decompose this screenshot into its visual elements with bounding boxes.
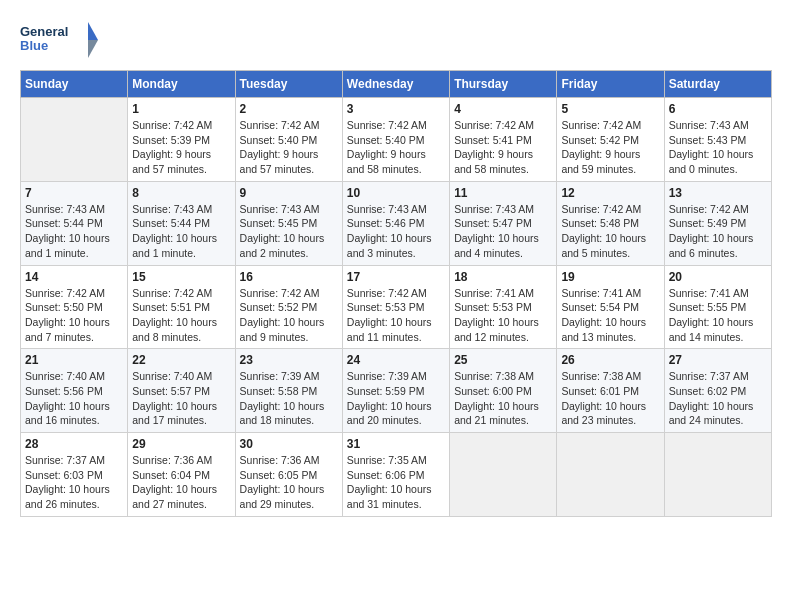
day-number: 3 xyxy=(347,102,445,116)
calendar-cell: 6Sunrise: 7:43 AMSunset: 5:43 PMDaylight… xyxy=(664,98,771,182)
column-header-tuesday: Tuesday xyxy=(235,71,342,98)
calendar-cell: 31Sunrise: 7:35 AMSunset: 6:06 PMDayligh… xyxy=(342,433,449,517)
logo-svg: General Blue xyxy=(20,20,100,60)
calendar-cell: 3Sunrise: 7:42 AMSunset: 5:40 PMDaylight… xyxy=(342,98,449,182)
day-number: 16 xyxy=(240,270,338,284)
calendar-cell: 1Sunrise: 7:42 AMSunset: 5:39 PMDaylight… xyxy=(128,98,235,182)
calendar-cell: 18Sunrise: 7:41 AMSunset: 5:53 PMDayligh… xyxy=(450,265,557,349)
day-info: Sunrise: 7:42 AMSunset: 5:40 PMDaylight:… xyxy=(347,118,445,177)
day-info: Sunrise: 7:39 AMSunset: 5:59 PMDaylight:… xyxy=(347,369,445,428)
calendar-cell xyxy=(664,433,771,517)
day-info: Sunrise: 7:42 AMSunset: 5:41 PMDaylight:… xyxy=(454,118,552,177)
column-header-sunday: Sunday xyxy=(21,71,128,98)
day-number: 29 xyxy=(132,437,230,451)
calendar-header-row: SundayMondayTuesdayWednesdayThursdayFrid… xyxy=(21,71,772,98)
day-info: Sunrise: 7:43 AMSunset: 5:45 PMDaylight:… xyxy=(240,202,338,261)
calendar-cell xyxy=(450,433,557,517)
day-info: Sunrise: 7:43 AMSunset: 5:44 PMDaylight:… xyxy=(25,202,123,261)
day-number: 10 xyxy=(347,186,445,200)
svg-text:Blue: Blue xyxy=(20,38,48,53)
calendar-cell: 4Sunrise: 7:42 AMSunset: 5:41 PMDaylight… xyxy=(450,98,557,182)
day-info: Sunrise: 7:42 AMSunset: 5:52 PMDaylight:… xyxy=(240,286,338,345)
day-info: Sunrise: 7:42 AMSunset: 5:51 PMDaylight:… xyxy=(132,286,230,345)
day-info: Sunrise: 7:42 AMSunset: 5:42 PMDaylight:… xyxy=(561,118,659,177)
calendar-cell: 12Sunrise: 7:42 AMSunset: 5:48 PMDayligh… xyxy=(557,181,664,265)
day-number: 14 xyxy=(25,270,123,284)
day-number: 15 xyxy=(132,270,230,284)
day-number: 1 xyxy=(132,102,230,116)
day-number: 12 xyxy=(561,186,659,200)
calendar-cell: 30Sunrise: 7:36 AMSunset: 6:05 PMDayligh… xyxy=(235,433,342,517)
day-number: 8 xyxy=(132,186,230,200)
day-info: Sunrise: 7:38 AMSunset: 6:00 PMDaylight:… xyxy=(454,369,552,428)
day-info: Sunrise: 7:40 AMSunset: 5:57 PMDaylight:… xyxy=(132,369,230,428)
calendar-cell: 13Sunrise: 7:42 AMSunset: 5:49 PMDayligh… xyxy=(664,181,771,265)
day-info: Sunrise: 7:41 AMSunset: 5:55 PMDaylight:… xyxy=(669,286,767,345)
day-number: 7 xyxy=(25,186,123,200)
calendar-week-row: 1Sunrise: 7:42 AMSunset: 5:39 PMDaylight… xyxy=(21,98,772,182)
calendar-cell: 17Sunrise: 7:42 AMSunset: 5:53 PMDayligh… xyxy=(342,265,449,349)
calendar-week-row: 21Sunrise: 7:40 AMSunset: 5:56 PMDayligh… xyxy=(21,349,772,433)
day-info: Sunrise: 7:43 AMSunset: 5:46 PMDaylight:… xyxy=(347,202,445,261)
day-info: Sunrise: 7:42 AMSunset: 5:53 PMDaylight:… xyxy=(347,286,445,345)
day-info: Sunrise: 7:42 AMSunset: 5:40 PMDaylight:… xyxy=(240,118,338,177)
calendar-cell: 22Sunrise: 7:40 AMSunset: 5:57 PMDayligh… xyxy=(128,349,235,433)
calendar-cell: 11Sunrise: 7:43 AMSunset: 5:47 PMDayligh… xyxy=(450,181,557,265)
day-info: Sunrise: 7:35 AMSunset: 6:06 PMDaylight:… xyxy=(347,453,445,512)
page-header: General Blue xyxy=(20,20,772,60)
column-header-friday: Friday xyxy=(557,71,664,98)
day-number: 21 xyxy=(25,353,123,367)
day-number: 20 xyxy=(669,270,767,284)
calendar-cell: 27Sunrise: 7:37 AMSunset: 6:02 PMDayligh… xyxy=(664,349,771,433)
calendar-cell: 23Sunrise: 7:39 AMSunset: 5:58 PMDayligh… xyxy=(235,349,342,433)
calendar-week-row: 28Sunrise: 7:37 AMSunset: 6:03 PMDayligh… xyxy=(21,433,772,517)
calendar-cell: 26Sunrise: 7:38 AMSunset: 6:01 PMDayligh… xyxy=(557,349,664,433)
day-info: Sunrise: 7:43 AMSunset: 5:43 PMDaylight:… xyxy=(669,118,767,177)
day-info: Sunrise: 7:43 AMSunset: 5:47 PMDaylight:… xyxy=(454,202,552,261)
day-number: 11 xyxy=(454,186,552,200)
day-info: Sunrise: 7:37 AMSunset: 6:03 PMDaylight:… xyxy=(25,453,123,512)
day-number: 19 xyxy=(561,270,659,284)
day-number: 17 xyxy=(347,270,445,284)
day-info: Sunrise: 7:43 AMSunset: 5:44 PMDaylight:… xyxy=(132,202,230,261)
calendar-cell: 20Sunrise: 7:41 AMSunset: 5:55 PMDayligh… xyxy=(664,265,771,349)
day-info: Sunrise: 7:40 AMSunset: 5:56 PMDaylight:… xyxy=(25,369,123,428)
day-number: 28 xyxy=(25,437,123,451)
day-info: Sunrise: 7:42 AMSunset: 5:49 PMDaylight:… xyxy=(669,202,767,261)
day-number: 27 xyxy=(669,353,767,367)
calendar-cell: 15Sunrise: 7:42 AMSunset: 5:51 PMDayligh… xyxy=(128,265,235,349)
calendar-cell: 29Sunrise: 7:36 AMSunset: 6:04 PMDayligh… xyxy=(128,433,235,517)
day-info: Sunrise: 7:42 AMSunset: 5:50 PMDaylight:… xyxy=(25,286,123,345)
day-number: 5 xyxy=(561,102,659,116)
column-header-saturday: Saturday xyxy=(664,71,771,98)
day-number: 4 xyxy=(454,102,552,116)
calendar-cell: 16Sunrise: 7:42 AMSunset: 5:52 PMDayligh… xyxy=(235,265,342,349)
day-number: 9 xyxy=(240,186,338,200)
column-header-thursday: Thursday xyxy=(450,71,557,98)
column-header-wednesday: Wednesday xyxy=(342,71,449,98)
day-info: Sunrise: 7:41 AMSunset: 5:54 PMDaylight:… xyxy=(561,286,659,345)
calendar-cell: 9Sunrise: 7:43 AMSunset: 5:45 PMDaylight… xyxy=(235,181,342,265)
day-number: 31 xyxy=(347,437,445,451)
calendar-cell: 14Sunrise: 7:42 AMSunset: 5:50 PMDayligh… xyxy=(21,265,128,349)
day-number: 22 xyxy=(132,353,230,367)
calendar-cell: 19Sunrise: 7:41 AMSunset: 5:54 PMDayligh… xyxy=(557,265,664,349)
calendar-cell: 10Sunrise: 7:43 AMSunset: 5:46 PMDayligh… xyxy=(342,181,449,265)
calendar-cell: 2Sunrise: 7:42 AMSunset: 5:40 PMDaylight… xyxy=(235,98,342,182)
calendar-cell xyxy=(557,433,664,517)
day-info: Sunrise: 7:39 AMSunset: 5:58 PMDaylight:… xyxy=(240,369,338,428)
day-number: 23 xyxy=(240,353,338,367)
svg-text:General: General xyxy=(20,24,68,39)
day-number: 30 xyxy=(240,437,338,451)
day-info: Sunrise: 7:42 AMSunset: 5:39 PMDaylight:… xyxy=(132,118,230,177)
calendar-cell: 8Sunrise: 7:43 AMSunset: 5:44 PMDaylight… xyxy=(128,181,235,265)
calendar-cell: 28Sunrise: 7:37 AMSunset: 6:03 PMDayligh… xyxy=(21,433,128,517)
calendar-cell: 24Sunrise: 7:39 AMSunset: 5:59 PMDayligh… xyxy=(342,349,449,433)
day-info: Sunrise: 7:42 AMSunset: 5:48 PMDaylight:… xyxy=(561,202,659,261)
calendar-cell xyxy=(21,98,128,182)
logo: General Blue xyxy=(20,20,100,60)
calendar-week-row: 14Sunrise: 7:42 AMSunset: 5:50 PMDayligh… xyxy=(21,265,772,349)
svg-marker-3 xyxy=(88,40,98,58)
calendar-week-row: 7Sunrise: 7:43 AMSunset: 5:44 PMDaylight… xyxy=(21,181,772,265)
day-number: 18 xyxy=(454,270,552,284)
